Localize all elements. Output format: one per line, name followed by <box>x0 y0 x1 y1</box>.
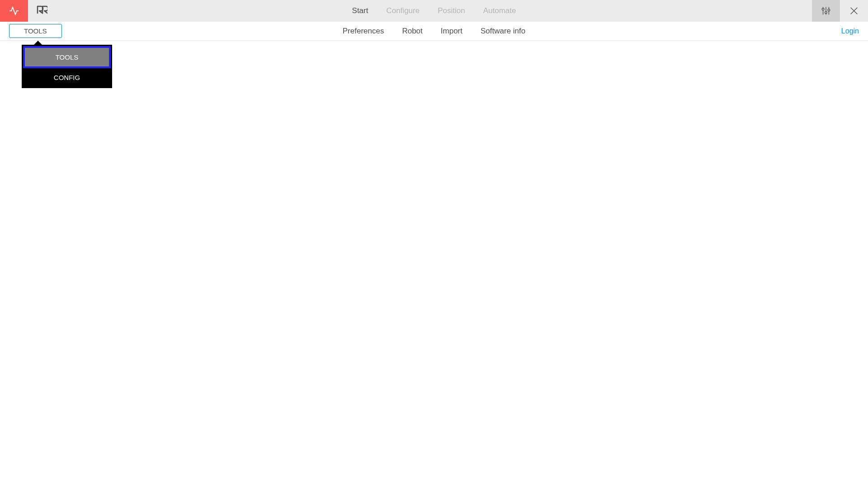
brand-logo-icon <box>37 5 47 17</box>
login-link[interactable]: Login <box>841 27 859 35</box>
sliders-icon <box>821 6 831 16</box>
pulse-icon <box>9 5 19 16</box>
top-bar: Start Configure Position Automate <box>0 0 868 22</box>
nav-item-automate[interactable]: Automate <box>483 6 516 15</box>
nav-item-position[interactable]: Position <box>438 6 465 15</box>
close-icon <box>849 6 859 16</box>
nav-item-start[interactable]: Start <box>352 6 368 15</box>
svg-point-5 <box>828 9 830 11</box>
dropdown-item-tools[interactable]: TOOLS <box>23 46 111 68</box>
status-indicator[interactable] <box>0 0 28 22</box>
top-navigation: Start Configure Position Automate <box>352 6 516 15</box>
tools-button[interactable]: TOOLS <box>9 24 62 38</box>
top-right-controls <box>812 0 868 22</box>
brand-logo-container[interactable] <box>28 0 56 22</box>
svg-point-3 <box>825 11 827 14</box>
sub-nav-preferences[interactable]: Preferences <box>343 27 384 36</box>
close-button[interactable] <box>840 0 868 22</box>
sub-nav-import[interactable]: Import <box>441 27 462 36</box>
nav-item-configure[interactable]: Configure <box>386 6 420 15</box>
dropdown-arrow-icon <box>34 41 42 45</box>
tools-dropdown: TOOLS CONFIG <box>22 41 112 88</box>
sub-nav-software-info[interactable]: Software info <box>481 27 525 36</box>
svg-point-1 <box>822 8 824 10</box>
sub-nav-robot[interactable]: Robot <box>402 27 422 36</box>
sub-navigation: Preferences Robot Import Software info <box>343 27 525 36</box>
sub-bar: TOOLS Preferences Robot Import Software … <box>0 22 868 41</box>
dropdown-item-config[interactable]: CONFIG <box>23 68 111 87</box>
dropdown-menu: TOOLS CONFIG <box>22 45 112 88</box>
settings-button[interactable] <box>812 0 840 22</box>
